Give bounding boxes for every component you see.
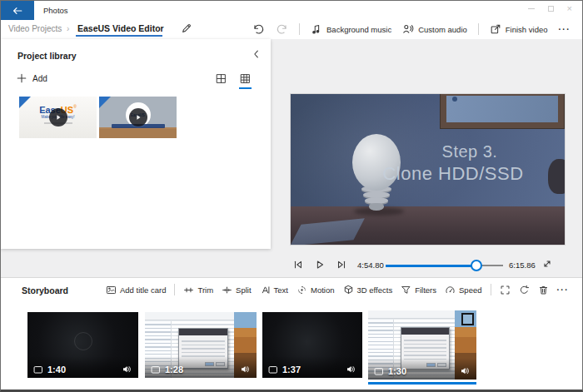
back-button[interactable] [1,1,34,20]
video-preview[interactable]: Step 3. Clone HDD/SSD [291,94,565,245]
split-icon [222,285,232,295]
app-title: Photos [43,6,68,15]
current-time: 4:54.80 [357,261,384,270]
clip-corner-badge [99,97,111,108]
custom-audio-button[interactable]: Custom audio [402,23,467,35]
clip-duration: 1:40 [33,365,66,375]
redo-button[interactable] [276,23,288,36]
toolbar-divider [299,23,300,35]
project-library-title: Project library [17,51,77,61]
next-frame-button[interactable] [336,259,347,270]
back-arrow-icon [12,5,23,17]
clip-4[interactable]: 1:30 [368,310,476,380]
volume-icon[interactable] [460,366,471,376]
expand-icon [541,258,553,270]
picture-frame [440,94,565,129]
add-media-button[interactable]: Add [16,72,47,84]
trim-icon [183,285,194,295]
storyboard-title: Storyboard [22,285,68,295]
background-music-button[interactable]: Background music [311,23,391,35]
photos-app-window: Photos × Video Projects › EaseUS Video E… [0,0,583,392]
chevron-left-icon [251,48,262,60]
undo-icon [252,23,265,36]
undo-button[interactable] [252,23,265,36]
breadcrumb-current-project[interactable]: EaseUS Video Editor [77,23,164,33]
seek-handle[interactable] [471,260,482,271]
3d-effects-button[interactable]: 3D effects [343,285,393,295]
trash-icon [538,285,549,295]
play-icon [314,259,326,270]
volume-icon[interactable] [240,365,251,375]
seek-bar[interactable] [386,260,503,271]
cube-3d-icon [343,285,354,295]
motion-icon [296,285,307,295]
speed-gauge-icon [445,285,456,295]
fullscreen-button[interactable] [541,258,553,270]
clip-duration: 1:37 [268,365,301,375]
breadcrumb-parent[interactable]: Video Projects [8,24,62,33]
add-label: Add [32,74,47,83]
add-title-card-button[interactable]: Add title card [106,285,166,295]
speed-button[interactable]: Speed [445,285,481,295]
storyboard-more-button[interactable]: ··· [557,285,570,295]
storyboard-section: Storyboard Add title card Trim [1,277,582,390]
duration-frame-icon [374,367,384,376]
selection-square[interactable] [461,313,474,325]
grid-small-icon [240,73,251,84]
breadcrumb-underline [76,35,162,37]
custom-audio-label: Custom audio [418,25,467,34]
total-time: 6:15.86 [509,261,536,270]
plus-icon [16,72,27,84]
library-clip-2[interactable]: EaseUS [99,97,177,138]
close-button[interactable]: × [567,4,572,12]
finish-video-button[interactable]: Finish video [490,23,548,35]
resize-frame-button[interactable] [500,285,511,295]
clip-3[interactable]: 1:37 [262,312,362,378]
person-audio-icon [402,23,414,35]
clip-1[interactable]: 1:40 [27,312,138,378]
play-icon [54,113,62,122]
view-toggles [216,73,251,87]
export-icon [490,23,501,35]
volume-icon[interactable] [122,365,132,375]
redo-icon [276,23,288,36]
play-button[interactable] [314,259,326,270]
toolbar-divider [174,284,175,295]
previous-frame-icon [292,259,304,270]
play-icon [134,113,142,122]
frame-corners-icon [500,285,511,295]
library-clip-1[interactable]: EaseUS® Make your life easy! [19,97,97,138]
text-button[interactable]: Text [260,285,288,295]
seek-fill [386,265,476,267]
play-overlay[interactable] [49,108,67,127]
play-overlay[interactable] [129,108,147,127]
collapse-library-button[interactable] [251,48,262,60]
duration-frame-icon [151,365,161,375]
caption-line-2: Clone HDD/SSD [341,162,565,186]
more-options-button[interactable]: ··· [559,25,571,34]
window-controls: × [528,2,572,14]
grid-large-icon [216,73,227,84]
rename-project-button[interactable] [181,22,192,34]
clip-2[interactable]: 1:28 [145,312,257,378]
split-button[interactable]: Split [222,285,251,295]
clip-duration: 1:30 [374,366,406,376]
maximize-button[interactable] [548,6,554,12]
motion-button[interactable]: Motion [296,285,335,295]
trim-button[interactable]: Trim [183,285,213,295]
volume-icon[interactable] [346,365,356,375]
previous-frame-button[interactable] [292,259,304,270]
pencil-icon [181,22,192,34]
music-note-icon [311,23,322,35]
filters-button[interactable]: Filters [401,285,436,295]
clip-corner-badge [19,97,31,108]
rotate-icon [519,285,530,295]
small-grid-view-button[interactable] [240,73,251,87]
delete-clip-button[interactable] [538,285,549,295]
background-music-label: Background music [326,25,391,34]
rotate-button[interactable] [519,285,530,295]
minimize-button[interactable] [528,8,535,9]
filter-icon [401,285,411,295]
large-grid-view-button[interactable] [216,73,227,87]
text-icon [260,285,271,295]
